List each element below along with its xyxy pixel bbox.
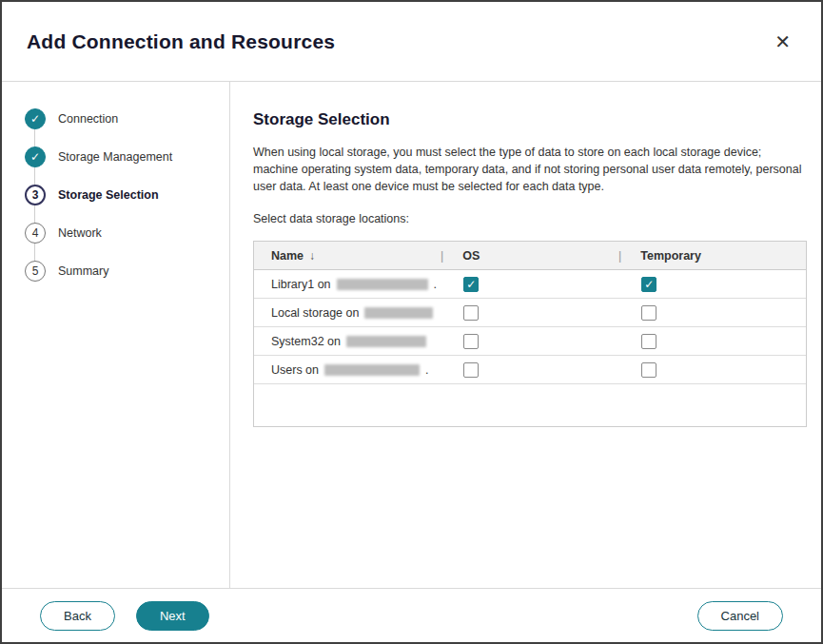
temporary-checkbox[interactable]: ✓ <box>641 362 656 378</box>
step-item-connection[interactable]: ✓ Connection <box>25 108 229 129</box>
storage-name-suffix: . <box>425 363 428 377</box>
storage-name-prefix: Local storage on <box>271 306 359 320</box>
temporary-checkbox[interactable]: ✓ <box>641 334 656 349</box>
storage-name-suffix: . <box>434 278 437 291</box>
step-label: Network <box>58 226 102 240</box>
storage-name-prefix: Users on <box>271 363 319 377</box>
back-button[interactable]: Back <box>40 601 115 631</box>
step-number-icon: 3 <box>25 185 46 205</box>
os-checkbox[interactable]: ✓ <box>463 362 479 378</box>
wizard-steps-sidebar: ✓ Connection ✓ Storage Management 3 Stor… <box>2 82 230 588</box>
storage-name-cell: Local storage on <box>254 306 441 320</box>
column-divider: | <box>441 249 443 263</box>
temporary-checkbox[interactable]: ✓ <box>641 277 656 292</box>
close-icon[interactable]: ✕ <box>771 29 794 55</box>
table-row[interactable]: Users on . | ✓ | ✓ <box>254 356 806 384</box>
temporary-checkbox[interactable]: ✓ <box>641 305 656 321</box>
table-row[interactable]: Local storage on | ✓ | ✓ <box>254 299 806 327</box>
redacted-server-name <box>346 336 426 347</box>
sort-descending-icon[interactable]: ↓ <box>309 249 315 263</box>
dialog-body: ✓ Connection ✓ Storage Management 3 Stor… <box>2 82 821 588</box>
step-label: Storage Selection <box>58 188 159 202</box>
step-label: Connection <box>58 112 118 126</box>
storage-name-prefix: Library1 on <box>271 278 331 291</box>
temporary-header-label: Temporary <box>640 249 701 263</box>
os-checkbox[interactable]: ✓ <box>463 334 479 349</box>
content-title: Storage Selection <box>253 110 807 129</box>
next-button[interactable]: Next <box>136 601 209 631</box>
column-header-name[interactable]: Name ↓ <box>254 249 441 263</box>
column-header-temporary: | Temporary <box>618 249 806 263</box>
column-header-os: | OS <box>441 249 618 263</box>
redacted-server-name <box>364 307 433 319</box>
os-checkbox[interactable]: ✓ <box>463 277 479 292</box>
os-header-label: OS <box>462 249 480 263</box>
step-item-summary[interactable]: 5 Summary <box>25 261 229 282</box>
redacted-server-name <box>324 364 420 376</box>
cancel-button[interactable]: Cancel <box>697 601 783 631</box>
dialog-header: Add Connection and Resources ✕ <box>2 2 821 82</box>
table-row[interactable]: System32 on | ✓ | ✓ <box>254 327 806 356</box>
step-item-storage-selection[interactable]: 3 Storage Selection <box>25 185 229 205</box>
redacted-server-name <box>337 279 428 290</box>
column-divider: | <box>618 249 621 263</box>
step-item-network[interactable]: 4 Network <box>25 223 229 244</box>
storage-locations-table: Name ↓ | OS | Temporary Library1 o <box>253 241 807 427</box>
step-label: Summary <box>58 264 108 278</box>
step-number-icon: 4 <box>25 223 46 244</box>
storage-name-prefix: System32 on <box>271 335 341 348</box>
step-completed-check-icon: ✓ <box>25 108 46 129</box>
content-description: When using local storage, you must selec… <box>253 145 807 195</box>
name-header-label: Name <box>271 249 304 263</box>
step-item-storage-management[interactable]: ✓ Storage Management <box>25 146 229 167</box>
step-completed-check-icon: ✓ <box>25 146 46 167</box>
page-title: Add Connection and Resources <box>27 30 335 53</box>
table-row[interactable]: Library1 on . | ✓ | ✓ <box>254 270 806 299</box>
os-checkbox[interactable]: ✓ <box>463 305 479 321</box>
table-header-row: Name ↓ | OS | Temporary <box>254 242 806 270</box>
main-content: Storage Selection When using local stora… <box>230 82 823 588</box>
add-connection-resources-dialog: Add Connection and Resources ✕ ✓ Connect… <box>0 0 823 644</box>
dialog-footer: Back Next Cancel <box>2 588 821 642</box>
step-label: Storage Management <box>58 150 172 164</box>
step-number-icon: 5 <box>25 261 46 282</box>
select-locations-label: Select data storage locations: <box>253 212 807 225</box>
table-empty-area <box>254 384 806 426</box>
storage-name-cell: Library1 on . <box>254 278 441 291</box>
storage-name-cell: System32 on <box>254 335 441 348</box>
storage-name-cell: Users on . <box>254 363 441 377</box>
